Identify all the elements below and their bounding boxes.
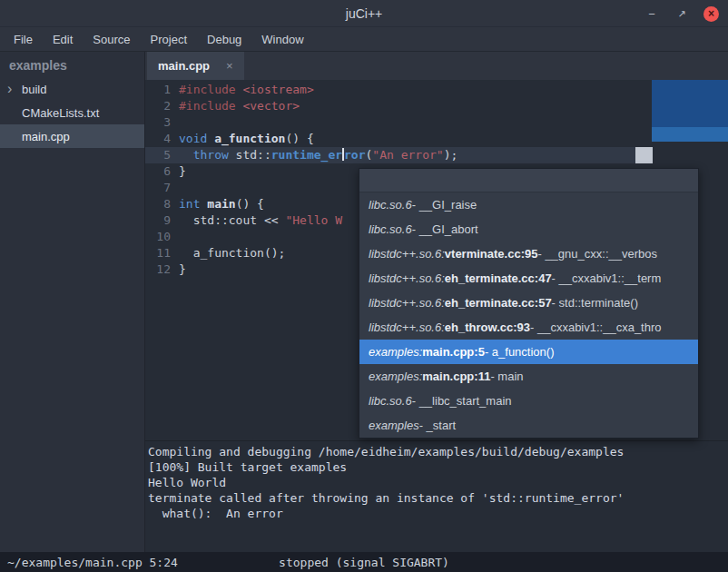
- minimize-button[interactable]: −: [644, 5, 660, 22]
- terminal-output[interactable]: Compiling and debugging /home/eidheim/ex…: [145, 440, 728, 552]
- backtrace-popup: libc.so.6 - __GI_raiselibc.so.6 - __GI_a…: [359, 168, 699, 439]
- terminal-line: Hello World: [148, 475, 726, 490]
- tree-item-cmakelists-txt[interactable]: CMakeLists.txt: [0, 101, 144, 124]
- code-line[interactable]: 3: [145, 114, 728, 131]
- line-number: 4: [145, 131, 171, 147]
- line-number: 11: [145, 245, 171, 261]
- line-number: 8: [145, 196, 171, 212]
- code-text: #include <iostream>: [171, 82, 314, 98]
- code-text: [171, 180, 179, 196]
- title-bar: juCi++ − ↗ ×: [0, 0, 728, 27]
- code-text: void a_function() {: [171, 131, 314, 147]
- backtrace-row[interactable]: libstdc++.so.6:vterminate.cc:95 - __gnu_…: [359, 242, 698, 266]
- line-number: 1: [145, 82, 171, 98]
- menu-edit[interactable]: Edit: [43, 27, 83, 52]
- code-line[interactable]: 1#include <iostream>: [145, 82, 728, 98]
- popup-header: [359, 169, 698, 192]
- backtrace-row[interactable]: libc.so.6 - __libc_start_main: [359, 389, 698, 413]
- terminal-line: [100%] Built target examples: [148, 459, 726, 475]
- code-text: throw std::runtime_error("An error");: [171, 147, 457, 163]
- line-number: 9: [145, 212, 171, 229]
- backtrace-row[interactable]: libstdc++.so.6:eh_terminate.cc:47 - __cx…: [359, 266, 698, 291]
- backtrace-row[interactable]: libstdc++.so.6:eh_throw.cc:93 - __cxxabi…: [359, 315, 698, 340]
- line-number: 2: [145, 98, 171, 114]
- code-text: a_function();: [171, 245, 285, 261]
- tooltip-overlay: [652, 80, 728, 142]
- project-name: examples: [0, 52, 144, 77]
- menu-debug[interactable]: Debug: [197, 27, 251, 52]
- window-title: juCi++: [346, 6, 382, 21]
- code-text: [171, 114, 179, 131]
- backtrace-row[interactable]: libstdc++.so.6:eh_terminate.cc:57 - std:…: [359, 291, 698, 315]
- code-text: std::cout << "Hello W: [171, 212, 342, 229]
- window-controls: − ↗ ×: [644, 0, 719, 27]
- line-number: 10: [145, 229, 171, 245]
- status-debug-state: stopped (signal SIGABRT): [0, 556, 728, 569]
- menu-source[interactable]: Source: [83, 27, 140, 52]
- backtrace-row[interactable]: libc.so.6 - __GI_abort: [359, 217, 698, 242]
- close-button[interactable]: ×: [703, 6, 719, 22]
- popup-rows: libc.so.6 - __GI_raiselibc.so.6 - __GI_a…: [359, 192, 698, 438]
- code-text: [171, 229, 179, 245]
- line-number: 7: [145, 180, 171, 196]
- file-tree: ›buildCMakeLists.txtmain.cpp: [0, 77, 144, 148]
- code-text: int main() {: [171, 196, 264, 212]
- line-number: 3: [145, 114, 171, 131]
- menu-bar: FileEditSourceProjectDebugWindow: [0, 27, 728, 52]
- chevron-right-icon[interactable]: ›: [7, 83, 20, 95]
- line-number: 5: [145, 147, 171, 163]
- tab-close-icon[interactable]: ×: [226, 59, 233, 73]
- code-text: #include <vector>: [171, 98, 300, 114]
- tree-item-label: build: [22, 83, 46, 96]
- backtrace-row[interactable]: examples:main.cpp:5 - a_function(): [359, 340, 698, 364]
- code-line[interactable]: 4void a_function() {: [145, 131, 728, 147]
- tree-item-main-cpp[interactable]: main.cpp: [0, 124, 144, 148]
- status-bar: ~/examples/main.cpp 5:24 stopped (signal…: [0, 552, 728, 572]
- tree-item-build[interactable]: ›build: [0, 77, 144, 101]
- tab-main-cpp[interactable]: main.cpp ×: [147, 52, 244, 80]
- tab-label: main.cpp: [158, 59, 210, 73]
- tab-bar: main.cpp ×: [145, 52, 728, 80]
- backtrace-row[interactable]: libc.so.6 - __GI_raise: [359, 192, 698, 217]
- maximize-button[interactable]: ↗: [674, 5, 690, 22]
- menu-window[interactable]: Window: [251, 27, 313, 52]
- code-text: }: [171, 163, 186, 180]
- sidebar: examples ›buildCMakeLists.txtmain.cpp: [0, 52, 145, 552]
- code-line[interactable]: 2#include <vector>: [145, 98, 728, 114]
- backtrace-row[interactable]: examples - _start: [359, 413, 698, 438]
- line-number: 6: [145, 163, 171, 180]
- terminal-line: terminate called after throwing an insta…: [148, 490, 726, 506]
- tooltip-fragment: [635, 147, 653, 163]
- terminal-line: what(): An error: [148, 506, 726, 521]
- menu-file[interactable]: File: [4, 27, 43, 52]
- tree-item-label: main.cpp: [22, 130, 70, 143]
- tree-item-label: CMakeLists.txt: [22, 106, 99, 120]
- menu-project[interactable]: Project: [141, 27, 197, 52]
- terminal-line: Compiling and debugging /home/eidheim/ex…: [148, 444, 726, 459]
- app-window: juCi++ − ↗ × FileEditSourceProjectDebugW…: [0, 0, 728, 572]
- code-text: }: [171, 261, 186, 278]
- backtrace-row[interactable]: examples:main.cpp:11 - main: [359, 364, 698, 389]
- line-number: 12: [145, 261, 171, 278]
